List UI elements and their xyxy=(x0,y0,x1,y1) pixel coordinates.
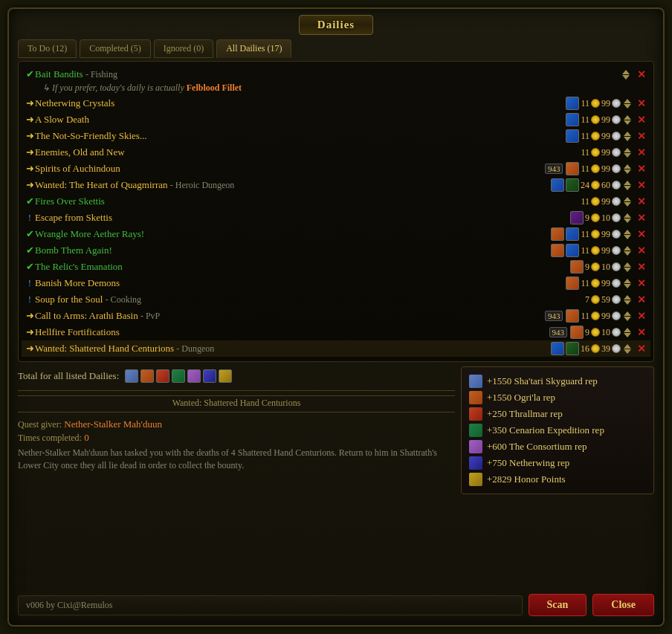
sort-arrows[interactable] xyxy=(624,262,631,272)
sort-arrows[interactable] xyxy=(624,181,631,190)
tab-todo[interactable]: To Do (12) xyxy=(18,39,77,58)
arrow-down-icon[interactable] xyxy=(624,169,631,174)
quest-item-wrangle-aether-rays[interactable]: ✔ Wrangle More Aether Rays! 11 99 ✕ xyxy=(22,226,650,242)
silver-coin xyxy=(612,279,621,288)
quest-item-netherwing-crystals[interactable]: ➜ Netherwing Crystals 11 99 ✕ xyxy=(22,95,650,111)
arrow-up-icon[interactable] xyxy=(624,295,631,300)
arrow-up-icon[interactable] xyxy=(624,279,631,283)
remove-button[interactable]: ✕ xyxy=(636,114,647,126)
quest-item-bait-bandits[interactable]: ✔ Bait Bandits - Fishing ✕ xyxy=(22,66,650,83)
arrow-down-icon[interactable] xyxy=(624,333,631,337)
sort-arrows[interactable] xyxy=(624,328,631,337)
quest-item-enemies-old-new[interactable]: ➜ Enemies, Old and New 11 99 ✕ xyxy=(22,144,650,161)
remove-button[interactable]: ✕ xyxy=(636,212,647,224)
quest-rewards: 11 99 ✕ xyxy=(551,244,647,257)
arrow-down-icon[interactable] xyxy=(624,153,631,158)
remove-button[interactable]: ✕ xyxy=(636,294,647,306)
quest-item-not-so-friendly-skies[interactable]: ➜ The Not-So-Friendly Skies... 11 99 ✕ xyxy=(22,128,650,144)
remove-button[interactable]: ✕ xyxy=(636,343,647,355)
arrow-up-icon[interactable] xyxy=(624,311,631,316)
sort-arrows[interactable] xyxy=(624,311,631,321)
remove-button[interactable]: ✕ xyxy=(636,68,647,81)
arrow-up-icon[interactable] xyxy=(622,70,630,74)
arrow-down-icon[interactable] xyxy=(624,235,631,239)
remove-button[interactable]: ✕ xyxy=(636,163,647,175)
arrow-up-icon[interactable] xyxy=(624,99,631,103)
arrow-down-icon[interactable] xyxy=(624,349,631,354)
arrow-up-icon[interactable] xyxy=(624,246,631,250)
tab-all-dailies[interactable]: All Dailies (17) xyxy=(216,39,291,58)
sort-arrows[interactable] xyxy=(624,246,631,256)
arrow-up-icon[interactable] xyxy=(624,262,631,267)
sort-arrows[interactable] xyxy=(624,213,631,223)
quest-name: Fires Over Skettis xyxy=(35,195,578,207)
arrow-down-icon[interactable] xyxy=(624,251,631,256)
arrow-down-icon[interactable] xyxy=(624,120,631,125)
tooltip-icon-thrallmar xyxy=(469,407,482,421)
arrow-up-icon[interactable] xyxy=(624,328,631,332)
remove-button[interactable]: ✕ xyxy=(636,130,647,143)
status-arrow-icon: ➜ xyxy=(25,343,35,355)
remove-button[interactable]: ✕ xyxy=(636,228,647,241)
quest-item-a-slow-death[interactable]: ➜ A Slow Death 11 99 ✕ xyxy=(22,111,650,128)
sort-arrows[interactable] xyxy=(624,148,631,158)
quest-item-wanted-quagmirran[interactable]: ➜ Wanted: The Heart of Quagmirran - Hero… xyxy=(22,177,650,193)
quest-item-banish-more-demons[interactable]: ! Banish More Demons 11 99 ✕ xyxy=(22,275,650,291)
sort-arrows[interactable] xyxy=(624,197,631,207)
arrow-down-icon[interactable] xyxy=(624,104,631,109)
status-arrow-icon: ➜ xyxy=(25,114,35,126)
arrow-up-icon[interactable] xyxy=(624,197,631,201)
remove-button[interactable]: ✕ xyxy=(636,146,647,159)
remove-button[interactable]: ✕ xyxy=(636,277,647,290)
sort-arrows[interactable] xyxy=(624,99,631,109)
quest-item-hellfire-fortifications[interactable]: ➜ Hellfire Fortifications 943 9 10 ✕ xyxy=(22,324,650,340)
arrow-up-icon[interactable] xyxy=(624,181,631,185)
arrow-down-icon[interactable] xyxy=(624,219,631,223)
sort-arrows[interactable] xyxy=(624,164,631,174)
quest-item-relics-emanation[interactable]: ✔ The Relic's Emanation 9 10 ✕ xyxy=(22,259,650,275)
arrow-down-icon[interactable] xyxy=(624,202,631,207)
arrow-up-icon[interactable] xyxy=(624,344,631,349)
quest-icon-img xyxy=(551,227,564,241)
arrow-up-icon[interactable] xyxy=(624,164,631,169)
quest-item-escape-skettis[interactable]: ! Escape from Skettis 9 10 ✕ xyxy=(22,210,650,226)
remove-button[interactable]: ✕ xyxy=(636,179,647,192)
sort-arrows[interactable] xyxy=(624,132,631,141)
quest-item-bomb-them-again[interactable]: ✔ Bomb Them Again! 11 99 ✕ xyxy=(22,242,650,259)
sort-arrows[interactable] xyxy=(624,230,631,239)
sort-arrows[interactable] xyxy=(624,115,631,125)
remove-button[interactable]: ✕ xyxy=(636,245,647,257)
arrow-down-icon[interactable] xyxy=(624,317,631,321)
arrow-down-icon[interactable] xyxy=(624,284,631,288)
remove-button[interactable]: ✕ xyxy=(636,195,647,208)
arrow-up-icon[interactable] xyxy=(624,115,631,120)
reward-gold: 11 xyxy=(581,114,589,126)
arrow-down-icon[interactable] xyxy=(622,75,630,80)
quest-item-soup-for-soul[interactable]: ! Soup for the Soul - Cooking 7 59 ✕ xyxy=(22,291,650,308)
quest-item-spirits-auchindoun[interactable]: ➜ Spirits of Auchindoun 943 11 99 ✕ xyxy=(22,161,650,177)
gold-coin xyxy=(591,230,600,239)
sort-arrows[interactable] xyxy=(624,279,631,288)
arrow-down-icon[interactable] xyxy=(624,300,631,305)
tab-completed[interactable]: Completed (5) xyxy=(80,39,151,58)
remove-button[interactable]: ✕ xyxy=(636,97,647,110)
arrow-up-icon[interactable] xyxy=(624,213,631,218)
arrow-down-icon[interactable] xyxy=(624,137,631,141)
remove-button[interactable]: ✕ xyxy=(636,310,647,323)
remove-button[interactable]: ✕ xyxy=(636,326,647,339)
close-button[interactable]: Close xyxy=(592,594,654,616)
arrow-down-icon[interactable] xyxy=(624,186,631,190)
quest-item-wanted-shattered-hand[interactable]: ➜ Wanted: Shattered Hand Centurions - Du… xyxy=(22,340,650,357)
sort-arrows[interactable] xyxy=(624,344,631,354)
remove-button[interactable]: ✕ xyxy=(636,261,647,274)
arrow-up-icon[interactable] xyxy=(624,132,631,136)
sort-arrows[interactable] xyxy=(622,70,630,80)
quest-item-call-to-arms-arathi[interactable]: ➜ Call to Arms: Arathi Basin - PvP 943 1… xyxy=(22,308,650,324)
arrow-up-icon[interactable] xyxy=(624,230,631,234)
arrow-up-icon[interactable] xyxy=(624,148,631,152)
scan-button[interactable]: Scan xyxy=(529,594,587,616)
quest-item-fires-over-skettis[interactable]: ✔ Fires Over Skettis 11 99 ✕ xyxy=(22,193,650,210)
sort-arrows[interactable] xyxy=(624,295,631,305)
arrow-down-icon[interactable] xyxy=(624,268,631,272)
tab-ignored[interactable]: Ignored (0) xyxy=(154,39,213,58)
